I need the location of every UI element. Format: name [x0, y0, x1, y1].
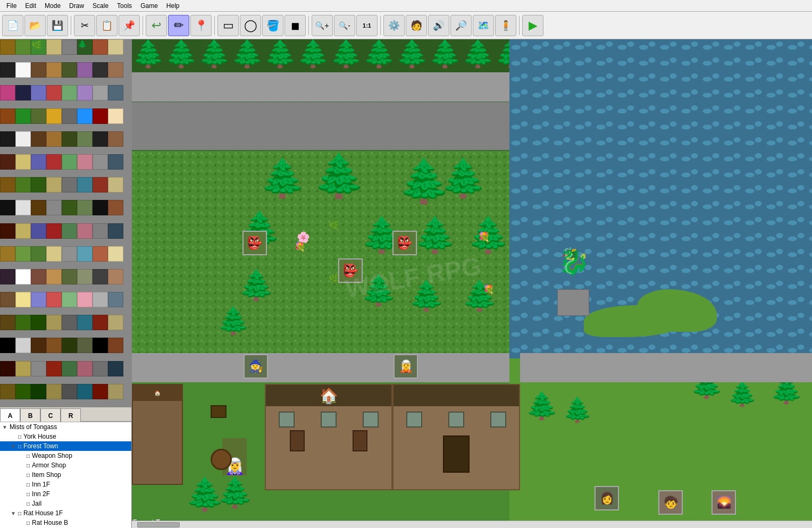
tree-armor-shop[interactable]: □ Armor Shop [0, 460, 131, 470]
palette-tile-81[interactable] [15, 269, 31, 284]
menu-tools[interactable]: Tools [113, 1, 136, 11]
palette-tile-82[interactable] [31, 269, 46, 284]
palette-tile-91[interactable] [46, 292, 62, 307]
copy-button[interactable]: 📋 [96, 15, 118, 36]
menu-game[interactable]: Game [136, 1, 162, 11]
palette-tile-12[interactable] [62, 62, 77, 78]
palette-tile-45[interactable] [77, 154, 93, 170]
palette-tile-95[interactable] [108, 292, 123, 307]
palette-tile-64[interactable] [0, 223, 15, 239]
menu-mode[interactable]: Mode [40, 1, 65, 11]
palette-tile-33[interactable] [15, 131, 31, 147]
palette-tile-54[interactable] [93, 177, 108, 192]
palette-tile-96[interactable] [0, 315, 15, 330]
stamp-button[interactable]: 📍 [190, 15, 212, 36]
palette-tile-6[interactable] [93, 39, 108, 55]
palette-tile-57[interactable] [15, 200, 31, 215]
palette-tile-68[interactable] [62, 223, 77, 239]
tree-rat-house[interactable]: ▼ □ Rat House 1F [0, 508, 131, 518]
palette-tile-41[interactable] [15, 154, 31, 170]
tab-c[interactable]: C [40, 408, 61, 422]
tree-inn-2f[interactable]: □ Inn 2F [0, 489, 131, 499]
palette-tile-28[interactable] [62, 108, 77, 124]
palette-tile-97[interactable] [15, 315, 31, 330]
palette-tile-52[interactable] [62, 177, 77, 192]
goblin-1[interactable]: 👺 [242, 231, 267, 255]
palette-tile-49[interactable] [15, 177, 31, 192]
palette-tile-46[interactable] [93, 154, 108, 170]
building-right-door[interactable] [443, 435, 470, 473]
palette-tile-125[interactable] [77, 384, 93, 399]
tree-rat-house-b[interactable]: □ Rat House B [0, 518, 131, 527]
palette-tile-34[interactable] [31, 131, 46, 147]
palette-tile-13[interactable] [77, 62, 93, 78]
palette-tile-26[interactable] [31, 108, 46, 124]
shadow-button[interactable]: ◼ [284, 15, 306, 36]
goblin-2[interactable]: 👺 [392, 231, 417, 255]
npc-lower-2[interactable]: 👩 [595, 486, 619, 510]
palette-tile-106[interactable] [31, 338, 46, 353]
palette-tile-61[interactable] [77, 200, 93, 215]
find-button[interactable]: 🔎 [450, 15, 472, 36]
palette-tile-56[interactable] [0, 200, 15, 215]
palette-tile-42[interactable] [31, 154, 46, 170]
palette-tile-72[interactable] [0, 246, 15, 262]
palette-tile-108[interactable] [62, 338, 77, 353]
palette-tile-99[interactable] [46, 315, 62, 330]
palette-tile-8[interactable] [0, 62, 15, 78]
palette-tile-74[interactable] [31, 246, 46, 262]
palette-tile-58[interactable] [31, 200, 46, 215]
palette-tile-70[interactable] [93, 223, 108, 239]
rect-button[interactable]: ▭ [217, 15, 239, 36]
goblin-3[interactable]: 👺 [338, 258, 363, 283]
palette-tile-48[interactable] [0, 177, 15, 192]
undo-button[interactable]: ↩ [146, 15, 167, 36]
palette-tile-44[interactable] [62, 154, 77, 170]
tile-palette[interactable]: 🌿🌲 [0, 39, 131, 407]
palette-tile-1[interactable] [15, 39, 31, 55]
palette-tile-113[interactable] [15, 361, 31, 376]
palette-tile-107[interactable] [46, 338, 62, 353]
palette-tile-20[interactable] [62, 85, 77, 100]
palette-tile-109[interactable] [77, 338, 93, 353]
palette-tile-24[interactable] [0, 108, 15, 124]
npc-road-2[interactable]: 🧝 [394, 354, 418, 379]
palette-tile-101[interactable] [77, 315, 93, 330]
world-button[interactable]: 🗺️ [473, 15, 494, 36]
tree-forest-town[interactable]: ▼ □ Forest Town [0, 441, 131, 451]
palette-tile-112[interactable] [0, 361, 15, 376]
palette-tile-104[interactable] [0, 338, 15, 353]
palette-tile-32[interactable] [0, 131, 15, 147]
palette-tile-122[interactable] [31, 384, 46, 399]
palette-tile-121[interactable] [15, 384, 31, 399]
palette-tile-7[interactable] [108, 39, 123, 55]
palette-tile-79[interactable] [108, 246, 123, 262]
palette-tile-73[interactable] [15, 246, 31, 262]
palette-tile-76[interactable] [62, 246, 77, 262]
palette-tile-40[interactable] [0, 154, 15, 170]
tab-r[interactable]: R [61, 408, 81, 422]
palette-tile-89[interactable] [15, 292, 31, 307]
palette-tile-19[interactable] [46, 85, 62, 100]
palette-tile-30[interactable] [93, 108, 108, 124]
horizontal-scrollbar[interactable] [132, 521, 812, 528]
palette-tile-92[interactable] [62, 292, 77, 307]
menu-help[interactable]: Help [162, 1, 184, 11]
menu-scale[interactable]: Scale [88, 1, 113, 11]
palette-tile-53[interactable] [77, 177, 93, 192]
tree-york[interactable]: □ York House [0, 432, 131, 441]
palette-tile-78[interactable] [93, 246, 108, 262]
palette-tile-123[interactable] [46, 384, 62, 399]
palette-tile-118[interactable] [93, 361, 108, 376]
new-button[interactable]: 📄 [2, 15, 23, 36]
palette-tile-75[interactable] [46, 246, 62, 262]
tree-item-shop[interactable]: □ Item Shop [0, 470, 131, 480]
tree-weapon-shop[interactable]: □ Weapon Shop [0, 451, 131, 460]
map-viewport[interactable]: 🌲 🌲 🌲 🌲 🌲 🌲 🌲 🌲 🌲 🌲 🌲 🌲 🌲 🌲 [132, 39, 812, 528]
zoom1-button[interactable]: 1:1 [356, 15, 378, 36]
pencil-button[interactable]: ✏ [168, 15, 189, 36]
save-button[interactable]: 💾 [47, 15, 68, 36]
palette-tile-27[interactable] [46, 108, 62, 124]
menu-draw[interactable]: Draw [65, 1, 88, 11]
palette-tile-60[interactable] [62, 200, 77, 215]
